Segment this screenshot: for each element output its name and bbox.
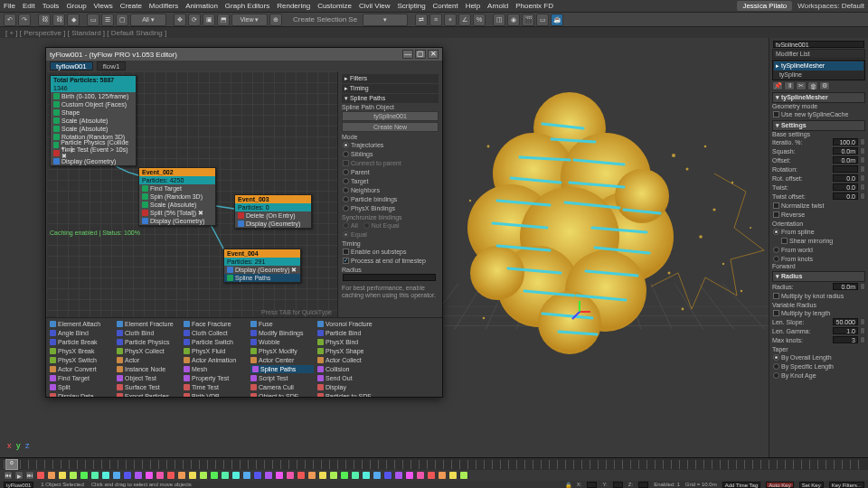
process-end-timestep[interactable]: Process at end of timestep [351,258,426,264]
op-physx-fluid[interactable]: PhysX Fluid [184,347,247,355]
frame-btn-4[interactable] [80,471,89,480]
len-gamma-spinner[interactable] [833,327,858,334]
time-ruler[interactable]: 0 [4,460,864,469]
frame-btn-17[interactable] [221,471,230,480]
op-element-fracture[interactable]: Element Fracture [117,320,180,328]
stack-spline[interactable]: tySpline [774,70,863,79]
mode-neighbors[interactable]: Neighbors [351,187,380,193]
schematic-button[interactable]: ◫ [493,14,505,26]
frame-btn-29[interactable] [351,471,360,480]
op-actor[interactable]: Actor [117,356,180,364]
snap-toggle[interactable]: ⌖ [444,14,457,26]
select-button[interactable]: ▭ [87,14,99,26]
mult-knot-check[interactable]: Multiply by knot radius [781,293,844,299]
reverse-check[interactable]: Reverse [781,211,805,218]
coord-z-field[interactable] [638,482,648,488]
render-button[interactable]: ☕ [551,14,563,26]
frame-btn-12[interactable] [166,471,175,480]
op-display[interactable]: Display [317,383,381,391]
op-collision[interactable]: Collision [317,365,381,373]
max-knots-spinner[interactable] [833,336,858,343]
op-birth[interactable]: Birth (0-100, 125/frame) [51,92,136,100]
frame-btn-28[interactable] [340,471,349,480]
node-event-003[interactable]: Event_003 Particles: 0 Delete (On Entry)… [234,194,312,229]
node-event-004[interactable]: Event_004 Particles: 291 Display (Geomet… [223,249,301,283]
menu-create[interactable]: Create [120,2,142,10]
op-display-3[interactable]: Display (Geometry) [235,220,311,228]
op-actor-convert[interactable]: Actor Convert [50,365,113,373]
menu-tools[interactable]: Tools [42,2,60,10]
viewport-header[interactable]: [ + ] [ Perspective ] [ Standard ] [ Def… [0,27,868,38]
key-filters-button[interactable]: Key Filters... [829,482,864,488]
modifier-list-dropdown[interactable]: Modifier List [772,49,865,59]
op-birth-vdb[interactable]: Birth VDB [184,392,247,397]
mode-physx-bind[interactable]: PhysX Bindings [351,205,395,211]
filter-dropdown[interactable]: All ▾ [130,14,166,26]
use-cache-checkbox[interactable]: Use new tySplineCache [781,111,848,117]
frame-btn-1[interactable] [47,471,56,480]
undo-button[interactable]: ↶ [4,14,16,26]
angle-snap-toggle[interactable]: ∠ [458,14,471,26]
menu-scripting[interactable]: Scripting [397,2,425,10]
orient-knots[interactable]: From knots [781,256,813,262]
play-button[interactable]: ▶ [14,471,24,480]
auto-key-button[interactable]: Auto Key [766,482,793,488]
normalize-check[interactable]: Normalize twist [781,202,824,209]
pivot-button[interactable]: ⊕ [269,14,282,26]
op-camera-cull[interactable]: Camera Cull [250,383,314,391]
set-key-button[interactable]: Set Key [799,482,824,488]
node-graph-canvas[interactable]: Total Particles: 5887 1346 Birth (0-100,… [46,71,337,317]
status-tab[interactable]: tyFlow001 [4,482,33,488]
frame-btn-38[interactable] [448,471,458,480]
node-header[interactable]: Total Particles: 5887 [51,76,136,84]
op-scale-3[interactable]: Scale (Absolute) [139,201,215,209]
rotate-button[interactable]: ⟳ [188,14,201,26]
frame-btn-31[interactable] [373,471,382,480]
operator-palette[interactable]: Element AttachElement FractureFace Fract… [46,317,442,397]
op-physx-bind[interactable]: PhysX Bind [317,338,381,346]
frame-btn-32[interactable] [383,471,392,480]
user-account[interactable]: Jessica Pilato [737,1,792,11]
spinner-3[interactable] [833,165,858,173]
frame-btn-24[interactable] [297,471,306,480]
op-property-test[interactable]: Property Test [184,374,247,382]
lock-icon[interactable]: 🔒 [565,482,571,488]
op-particle-switch[interactable]: Particle Switch [184,338,247,346]
op-actor-collect[interactable]: Actor Collect [317,356,381,364]
op-scale-2[interactable]: Scale (Absolute) [51,125,136,133]
node-event-002[interactable]: Event_002 Particles: 4250 Find Target Sp… [138,167,216,226]
op-element-attach[interactable]: Element Attach [50,320,113,328]
op-display-2[interactable]: Display (Geometry) [139,217,215,225]
frame-btn-22[interactable] [275,471,284,480]
side-timing[interactable]: ▸ Timing [342,84,439,93]
radius-spinner[interactable] [833,283,858,290]
node-source[interactable]: Total Particles: 5887 1346 Birth (0-100,… [50,75,137,166]
coord-x-field[interactable] [587,482,597,488]
op-modify-bindings[interactable]: Modify Bindings [250,329,314,337]
frame-btn-19[interactable] [242,471,251,480]
mode-target[interactable]: Target [351,178,368,184]
menu-civil-view[interactable]: Civil View [359,2,391,10]
node-header[interactable]: Event_003 [235,195,311,203]
spinner-2[interactable] [833,156,858,164]
menu-content[interactable]: Content [433,2,458,10]
spinner-1[interactable] [833,147,858,155]
frame-btn-33[interactable] [394,471,403,480]
time-slider[interactable]: 0 [0,457,868,470]
op-script-test[interactable]: Script Test [250,374,314,382]
menu-help[interactable]: Help [466,2,480,10]
op-surface-test[interactable]: Surface Test [117,383,180,391]
frame-btn-20[interactable] [253,471,262,480]
scale-button[interactable]: ▣ [203,14,215,26]
op-actor-center[interactable]: Actor Center [250,356,314,364]
window-titlebar[interactable]: tyFlow001 - (tyFlow PRO v1.053 Editor) —… [46,48,442,61]
frame-btn-6[interactable] [101,471,110,480]
spline-object-button[interactable]: tySpline001 [342,111,439,121]
frame-btn-7[interactable] [112,471,121,480]
op-fuse[interactable]: Fuse [250,320,314,328]
op-cloth-bind[interactable]: Cloth Bind [117,329,180,337]
frame-btn-37[interactable] [438,471,447,480]
menu-modifiers[interactable]: Modifiers [149,2,178,10]
next-key-button[interactable]: ⏭ [25,471,34,480]
frame-btn-34[interactable] [405,471,414,480]
